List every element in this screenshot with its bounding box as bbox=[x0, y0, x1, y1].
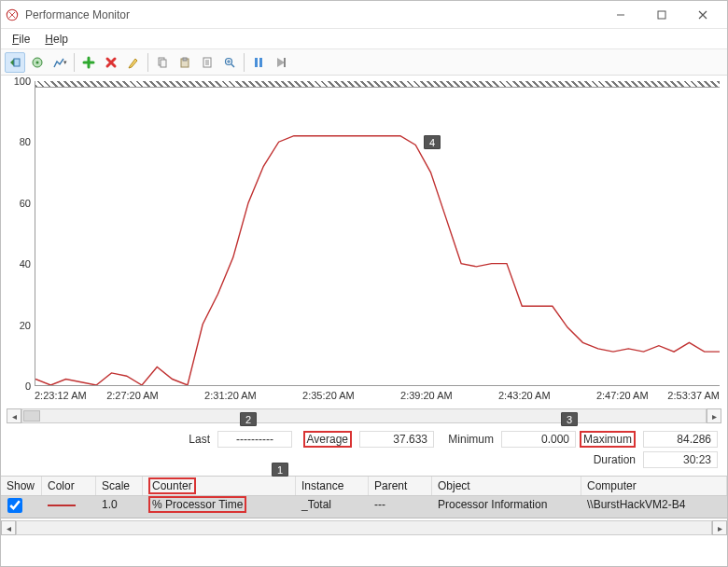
minimum-value: 0.000 bbox=[501, 431, 576, 448]
y-axis: 100 80 60 40 20 0 bbox=[1, 81, 35, 386]
scroll-left-button[interactable]: ◂ bbox=[7, 408, 21, 423]
view-log-button[interactable] bbox=[27, 52, 48, 73]
y-tick: 80 bbox=[20, 136, 31, 147]
grid-scroll-track[interactable] bbox=[16, 520, 712, 535]
row-color bbox=[42, 496, 96, 518]
view-current-button[interactable] bbox=[5, 52, 25, 73]
row-instance: _Total bbox=[296, 496, 369, 518]
x-tick: 2:47:20 AM bbox=[596, 390, 649, 401]
chart-type-button[interactable]: ▾ bbox=[49, 52, 70, 73]
svg-rect-2 bbox=[14, 59, 20, 66]
col-show[interactable]: Show bbox=[1, 477, 42, 495]
add-counter-button[interactable] bbox=[78, 52, 99, 73]
row-scale: 1.0 bbox=[96, 496, 143, 518]
svg-rect-13 bbox=[284, 58, 286, 67]
x-tick: 2:43:20 AM bbox=[498, 390, 551, 401]
duration-value: 30:23 bbox=[643, 451, 718, 468]
stats-row-1: Last ---------- Average 37.633 Minimum 0… bbox=[38, 429, 718, 449]
minimum-label: Minimum bbox=[438, 433, 497, 446]
maximize-button[interactable] bbox=[641, 1, 682, 28]
app-icon bbox=[5, 7, 20, 22]
update-button[interactable] bbox=[271, 52, 291, 73]
stats-row-2: Duration 30:23 bbox=[38, 449, 718, 470]
average-value: 37.633 bbox=[359, 431, 434, 448]
annotation-2: 2 bbox=[240, 412, 257, 426]
close-button[interactable] bbox=[682, 1, 723, 28]
grid-row[interactable]: 1.0 % Processor Time _Total --- Processo… bbox=[1, 496, 727, 519]
toolbar-sep-3 bbox=[244, 53, 245, 72]
svg-rect-6 bbox=[161, 60, 166, 67]
grid-scrollbar: ◂ ▸ bbox=[1, 519, 727, 537]
scroll-track[interactable] bbox=[21, 408, 707, 423]
minimize-button[interactable] bbox=[600, 1, 641, 28]
y-tick: 0 bbox=[25, 380, 31, 392]
scroll-right-button[interactable]: ▸ bbox=[707, 408, 721, 423]
grid-scroll-left[interactable]: ◂ bbox=[1, 520, 16, 535]
grid-scroll-right[interactable]: ▸ bbox=[712, 520, 727, 535]
svg-rect-11 bbox=[255, 58, 258, 67]
x-tick: 2:53:37 AM bbox=[667, 390, 720, 401]
last-label: Last bbox=[154, 433, 214, 446]
svg-rect-12 bbox=[259, 58, 262, 67]
y-tick: 100 bbox=[14, 76, 31, 87]
col-object[interactable]: Object bbox=[432, 477, 581, 495]
x-tick: 2:31:20 AM bbox=[204, 390, 257, 401]
chart-area: 100 80 60 40 20 0 2:23:12 AM 2:27:20 AM … bbox=[1, 76, 727, 407]
toolbar: ▾ bbox=[1, 49, 727, 76]
menubar: File Help bbox=[1, 29, 727, 49]
delete-button[interactable] bbox=[101, 52, 121, 73]
zoom-button[interactable] bbox=[219, 52, 240, 73]
y-tick: 20 bbox=[20, 320, 31, 331]
annotation-3: 3 bbox=[561, 412, 578, 426]
maximum-label: Maximum bbox=[580, 433, 639, 446]
col-counter[interactable]: Counter bbox=[143, 477, 296, 495]
plot[interactable] bbox=[35, 81, 720, 386]
svg-rect-1 bbox=[658, 11, 665, 19]
col-color[interactable]: Color bbox=[42, 477, 96, 495]
color-swatch bbox=[48, 505, 76, 506]
row-object: Processor Information bbox=[432, 496, 581, 518]
row-parent: --- bbox=[369, 496, 432, 518]
window-root: Performance Monitor File Help ▾ bbox=[0, 0, 728, 567]
toolbar-sep-1 bbox=[74, 53, 75, 72]
x-tick: 2:35:20 AM bbox=[302, 390, 355, 401]
paste-button[interactable] bbox=[175, 52, 195, 73]
x-tick: 2:23:12 AM bbox=[35, 390, 87, 401]
menu-help[interactable]: Help bbox=[37, 31, 76, 48]
copy-button[interactable] bbox=[152, 52, 173, 73]
x-axis: 2:23:12 AM 2:27:20 AM 2:31:20 AM 2:35:20… bbox=[35, 388, 720, 407]
scroll-thumb[interactable] bbox=[23, 410, 40, 422]
highlight-button[interactable] bbox=[123, 52, 144, 73]
properties-button[interactable] bbox=[197, 52, 217, 73]
menu-file[interactable]: File bbox=[5, 31, 37, 48]
duration-label: Duration bbox=[580, 453, 639, 466]
grid-header: Show Color Scale Counter Instance Parent… bbox=[1, 476, 727, 496]
show-checkbox[interactable] bbox=[7, 498, 22, 513]
col-parent[interactable]: Parent bbox=[369, 477, 432, 495]
svg-point-4 bbox=[36, 61, 39, 63]
y-tick: 60 bbox=[20, 198, 31, 209]
toolbar-sep-2 bbox=[147, 53, 148, 72]
x-tick: 2:27:20 AM bbox=[106, 390, 159, 401]
titlebar: Performance Monitor bbox=[1, 1, 727, 29]
last-value: ---------- bbox=[217, 431, 292, 448]
maximum-value: 84.286 bbox=[643, 431, 718, 448]
col-computer[interactable]: Computer bbox=[581, 477, 727, 495]
stats-panel: Last ---------- Average 37.633 Minimum 0… bbox=[1, 425, 727, 476]
time-scrollbar: ◂ ▸ bbox=[1, 407, 727, 425]
annotation-4: 4 bbox=[424, 135, 441, 149]
window-title: Performance Monitor bbox=[25, 8, 600, 21]
average-label: Average bbox=[296, 433, 356, 446]
x-tick: 2:39:20 AM bbox=[400, 390, 453, 401]
annotation-1: 1 bbox=[272, 463, 288, 477]
row-computer: \\BurstHackVM2-B4 bbox=[581, 496, 727, 518]
row-show bbox=[1, 496, 42, 518]
counter-grid: Show Color Scale Counter Instance Parent… bbox=[1, 476, 727, 537]
col-scale[interactable]: Scale bbox=[96, 477, 143, 495]
col-instance[interactable]: Instance bbox=[296, 477, 369, 495]
y-tick: 40 bbox=[20, 258, 31, 270]
svg-rect-8 bbox=[183, 58, 187, 61]
window-controls bbox=[600, 1, 723, 28]
row-counter: % Processor Time bbox=[143, 496, 296, 518]
freeze-button[interactable] bbox=[248, 52, 269, 73]
